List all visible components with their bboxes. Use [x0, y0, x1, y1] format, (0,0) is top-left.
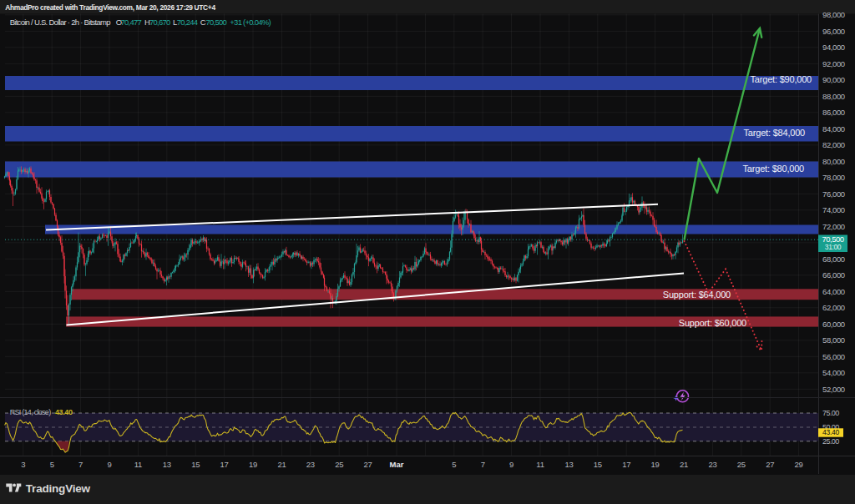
svg-text:17: 17 [622, 460, 630, 469]
svg-text:21: 21 [680, 460, 688, 469]
svg-text:31:00: 31:00 [825, 243, 842, 251]
svg-text:74,000: 74,000 [822, 205, 845, 214]
svg-text:98,000: 98,000 [822, 10, 845, 19]
svg-text:84,000: 84,000 [822, 124, 845, 134]
svg-text:17: 17 [220, 460, 229, 469]
svg-text:7: 7 [78, 460, 83, 469]
svg-text:68,000: 68,000 [822, 255, 845, 264]
svg-text:15: 15 [594, 460, 602, 469]
svg-text:54,000: 54,000 [822, 368, 845, 377]
svg-text:RSI (14, close): RSI (14, close) [10, 408, 51, 416]
svg-text:Support: $60,000: Support: $60,000 [679, 318, 746, 328]
svg-text:25: 25 [335, 460, 343, 469]
svg-text:TradingView: TradingView [26, 482, 91, 495]
svg-text:Target: $80,000: Target: $80,000 [743, 164, 805, 174]
svg-text:25: 25 [737, 460, 746, 469]
svg-text:15: 15 [191, 460, 200, 469]
svg-text:25.00: 25.00 [822, 437, 839, 446]
svg-text:58,000: 58,000 [822, 335, 845, 345]
svg-text:70,477: 70,477 [121, 18, 142, 27]
svg-text:9: 9 [509, 460, 514, 469]
svg-text:72,000: 72,000 [822, 222, 845, 231]
svg-text:60,000: 60,000 [822, 320, 845, 329]
svg-text:43.40: 43.40 [55, 408, 73, 416]
svg-text:66,000: 66,000 [822, 270, 845, 280]
svg-text:27: 27 [364, 460, 372, 469]
svg-text:AhmadPro created with TradingV: AhmadPro created with TradingView.com, M… [5, 3, 215, 12]
svg-text:Bitcoin / U.S. Dollar · 2h · B: Bitcoin / U.S. Dollar · 2h · Bitstamp [10, 18, 111, 27]
svg-text:92,000: 92,000 [822, 59, 845, 68]
svg-text:Support: $64,000: Support: $64,000 [663, 290, 731, 300]
svg-text:23: 23 [708, 460, 716, 469]
svg-text:76,000: 76,000 [822, 189, 845, 199]
svg-text:5: 5 [452, 460, 456, 469]
svg-text:Mar: Mar [390, 460, 404, 469]
svg-text:64,000: 64,000 [822, 287, 845, 296]
svg-text:86,000: 86,000 [822, 108, 845, 117]
svg-text:62,000: 62,000 [822, 303, 845, 312]
svg-text:23: 23 [306, 460, 315, 469]
svg-text:11: 11 [536, 460, 544, 469]
svg-text:88,000: 88,000 [822, 92, 845, 101]
svg-text:43.40: 43.40 [822, 428, 839, 436]
svg-text:52,000: 52,000 [822, 385, 845, 394]
svg-text:Target: $90,000: Target: $90,000 [751, 74, 812, 84]
svg-text:75.00: 75.00 [822, 409, 839, 417]
svg-text:13: 13 [564, 460, 573, 469]
svg-text:11: 11 [134, 460, 142, 469]
svg-text:9: 9 [108, 460, 112, 469]
svg-text:82,000: 82,000 [822, 140, 845, 149]
svg-text:29: 29 [795, 460, 803, 469]
svg-text:+31 (+0.04%): +31 (+0.04%) [230, 18, 271, 27]
svg-text:3: 3 [21, 460, 25, 469]
svg-text:5: 5 [50, 460, 54, 469]
svg-text:94,000: 94,000 [822, 43, 845, 52]
svg-text:19: 19 [651, 460, 660, 469]
svg-text:90,000: 90,000 [822, 75, 845, 84]
svg-text:96,000: 96,000 [822, 27, 845, 36]
svg-text:Target: $84,000: Target: $84,000 [744, 128, 806, 138]
svg-text:27: 27 [766, 460, 774, 469]
svg-text:21: 21 [277, 460, 286, 469]
svg-text:70,244: 70,244 [177, 18, 198, 27]
svg-text:78,000: 78,000 [822, 173, 845, 182]
svg-text:19: 19 [249, 460, 257, 469]
svg-text:56,000: 56,000 [822, 352, 845, 361]
svg-text:13: 13 [163, 460, 171, 469]
svg-text:70,670: 70,670 [149, 18, 170, 27]
svg-text:80,000: 80,000 [822, 157, 845, 166]
svg-text:70,500: 70,500 [206, 18, 227, 27]
svg-text:7: 7 [481, 460, 485, 469]
